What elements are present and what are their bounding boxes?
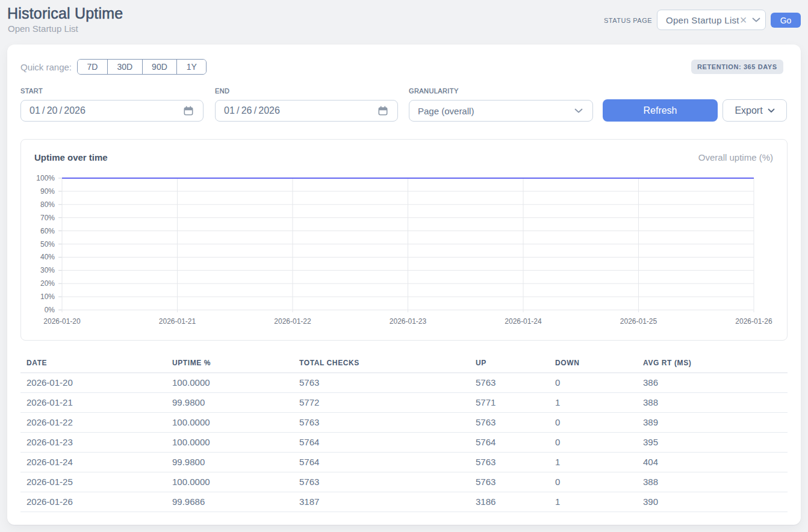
svg-text:20%: 20% [40, 279, 55, 288]
svg-text:2026-01-21: 2026-01-21 [159, 317, 196, 326]
svg-text:2026-01-20: 2026-01-20 [43, 317, 81, 326]
svg-text:40%: 40% [40, 253, 55, 261]
svg-text:10%: 10% [40, 292, 55, 301]
svg-text:80%: 80% [40, 200, 55, 209]
svg-text:90%: 90% [40, 187, 55, 196]
svg-text:2026-01-23: 2026-01-23 [390, 317, 427, 326]
svg-text:2026-01-22: 2026-01-22 [274, 317, 311, 326]
svg-text:60%: 60% [40, 227, 55, 235]
svg-text:2026-01-25: 2026-01-25 [620, 317, 657, 326]
svg-text:2026-01-24: 2026-01-24 [505, 317, 542, 326]
svg-text:0%: 0% [45, 306, 55, 314]
svg-text:2026-01-26: 2026-01-26 [735, 317, 772, 326]
svg-text:100%: 100% [36, 174, 55, 182]
svg-text:50%: 50% [40, 240, 55, 249]
svg-text:70%: 70% [40, 214, 55, 222]
svg-text:30%: 30% [40, 266, 55, 274]
